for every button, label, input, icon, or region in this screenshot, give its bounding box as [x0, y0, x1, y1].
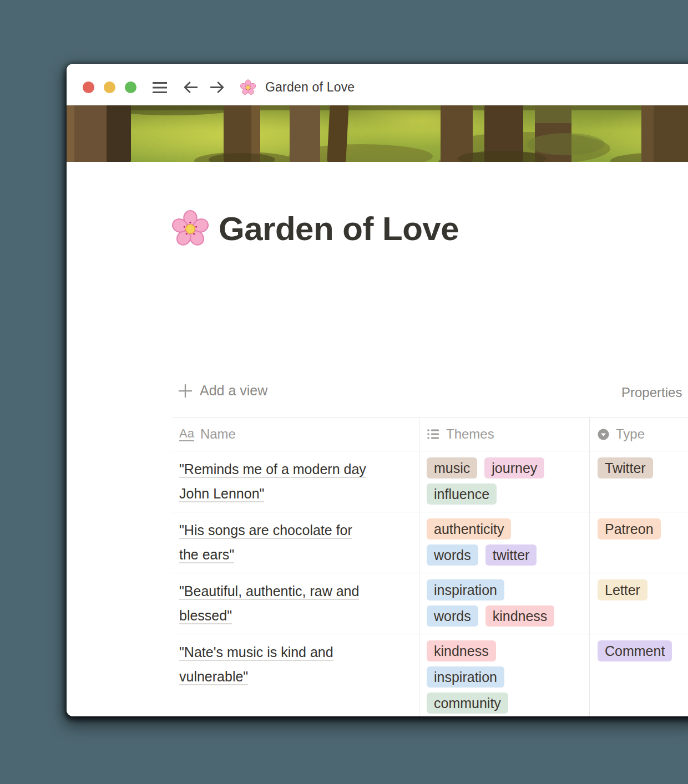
forward-arrow-icon[interactable] [209, 79, 225, 95]
row-themes-cell[interactable]: kindnessinspirationcommunity [419, 634, 589, 716]
type-tag[interactable]: Comment [598, 640, 672, 661]
theme-tag[interactable]: kindness [485, 605, 555, 627]
column-label: Type [616, 426, 645, 442]
zoom-button[interactable] [125, 82, 136, 93]
properties-button[interactable]: Properties [621, 385, 682, 400]
row-themes-cell[interactable]: inspirationwordskindness [419, 573, 589, 634]
row-themes-cell[interactable]: authenticitywordstwitter [419, 512, 589, 573]
page-icon-cherry-blossom[interactable] [171, 210, 210, 248]
column-header-name[interactable]: Aa Name [172, 418, 419, 451]
theme-tag[interactable]: inspiration [427, 666, 504, 688]
theme-tag[interactable]: kindness [427, 640, 496, 661]
row-type-cell[interactable]: Letter [589, 573, 688, 634]
column-label: Themes [446, 426, 494, 442]
row-type-cell[interactable]: Patreon [589, 512, 688, 573]
row-themes-cell[interactable]: musicjourneyinfluence [419, 451, 589, 512]
close-button[interactable] [83, 82, 94, 93]
titlebar-title: Garden of Love [265, 80, 355, 95]
window-titlebar[interactable]: Garden of Love [67, 64, 688, 105]
title-property-icon: Aa [179, 427, 194, 441]
type-tag[interactable]: Twitter [598, 457, 653, 478]
page-title[interactable]: Garden of Love [219, 211, 459, 247]
window-controls [83, 82, 136, 93]
page-header: Garden of Love [171, 210, 459, 248]
select-property-icon [597, 428, 610, 441]
theme-tag[interactable]: inspiration [427, 579, 504, 600]
row-type-cell[interactable]: Twitter [589, 451, 688, 512]
row-name-cell[interactable]: "Nate's music is kind andvulnerable" [172, 634, 419, 716]
column-header-type[interactable]: Type [589, 418, 688, 451]
plus-icon [178, 384, 193, 398]
back-arrow-icon[interactable] [183, 79, 199, 95]
theme-tag[interactable]: twitter [485, 544, 537, 566]
cherry-blossom-icon [240, 79, 256, 96]
database-table: Aa Name Themes Type [172, 417, 688, 716]
type-tag[interactable]: Letter [598, 579, 647, 600]
multiselect-property-icon [427, 427, 440, 441]
table-row: "Nate's music is kind andvulnerable"kind… [172, 634, 688, 716]
theme-tag[interactable]: music [427, 457, 477, 478]
table-row: "Reminds me of a modern dayJohn Lennon"m… [172, 451, 688, 512]
add-view-button[interactable]: Add a view [178, 383, 267, 399]
column-header-themes[interactable]: Themes [419, 418, 589, 451]
page-body: Garden of Love Add a view Properties Aa … [67, 162, 688, 716]
row-type-cell[interactable]: Comment [589, 634, 688, 716]
table-row: "Beautiful, authentic, raw andblessed"in… [172, 573, 688, 634]
table-rows: "Reminds me of a modern dayJohn Lennon"m… [172, 451, 688, 716]
theme-tag[interactable]: words [427, 544, 478, 566]
theme-tag[interactable]: influence [427, 483, 497, 505]
add-view-label: Add a view [200, 383, 267, 399]
row-name-cell[interactable]: "Reminds me of a modern dayJohn Lennon" [172, 451, 419, 512]
minimize-button[interactable] [104, 82, 115, 93]
desktop-background: Garden of Love [0, 0, 688, 784]
menu-icon[interactable] [151, 80, 168, 95]
cover-image [67, 105, 688, 162]
theme-tag[interactable]: journey [484, 457, 544, 478]
table-row: "His songs are chocolate forthe ears"aut… [172, 512, 688, 573]
theme-tag[interactable]: authenticity [427, 518, 511, 539]
theme-tag[interactable]: community [427, 693, 508, 714]
theme-tag[interactable]: words [427, 605, 478, 627]
notion-window: Garden of Love [67, 64, 688, 716]
column-label: Name [200, 426, 236, 442]
type-tag[interactable]: Patreon [598, 518, 661, 539]
table-header: Aa Name Themes Type [172, 417, 688, 451]
row-name-cell[interactable]: "Beautiful, authentic, raw andblessed" [172, 573, 419, 634]
row-name-cell[interactable]: "His songs are chocolate forthe ears" [172, 512, 419, 573]
